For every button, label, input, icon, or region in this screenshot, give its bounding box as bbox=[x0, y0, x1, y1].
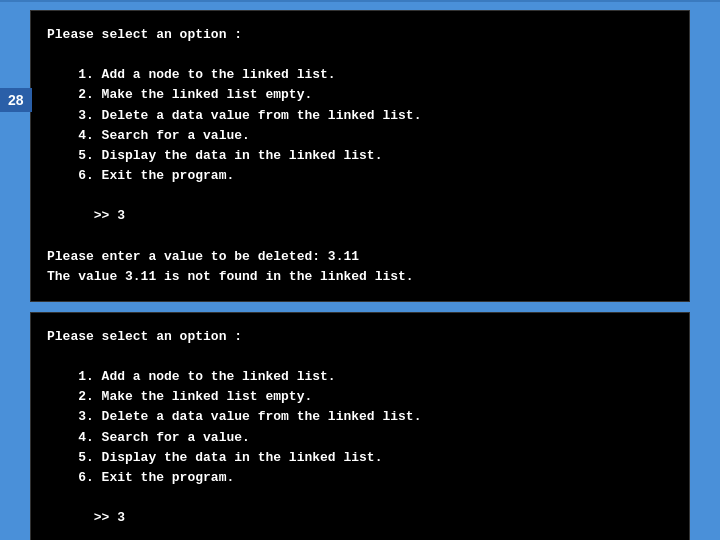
content-area: 28 Please select an option : 1. Add a no… bbox=[0, 2, 720, 540]
terminal-block-1: Please select an option : 1. Add a node … bbox=[30, 10, 690, 302]
terminal-block-2: Please select an option : 1. Add a node … bbox=[30, 312, 690, 540]
slide-number: 28 bbox=[0, 88, 32, 112]
